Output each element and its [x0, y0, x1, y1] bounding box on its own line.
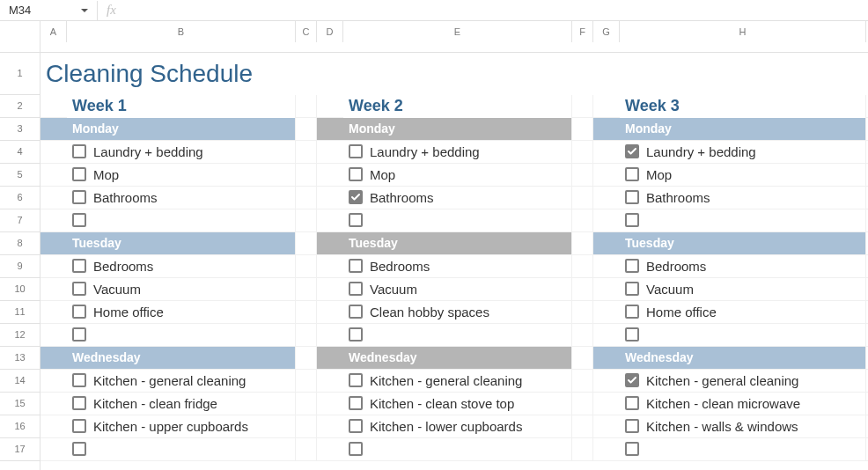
- task-cell[interactable]: Kitchen - clean stove top: [343, 393, 572, 415]
- checkbox-icon[interactable]: [625, 213, 639, 227]
- checkbox-icon[interactable]: [349, 327, 363, 341]
- column-header[interactable]: H: [620, 21, 866, 42]
- row-header[interactable]: 12: [0, 324, 40, 347]
- day-header[interactable]: Tuesday: [67, 232, 296, 255]
- cell[interactable]: [572, 278, 593, 301]
- checkbox-icon[interactable]: [625, 396, 639, 410]
- day-header[interactable]: Wednesday: [67, 347, 296, 370]
- task-cell[interactable]: [343, 438, 572, 461]
- task-cell[interactable]: Kitchen - general cleaning: [343, 370, 572, 393]
- task-cell[interactable]: [620, 438, 866, 461]
- cell[interactable]: [317, 141, 343, 164]
- column-header[interactable]: A: [40, 21, 67, 42]
- column-header[interactable]: E: [343, 21, 572, 42]
- cell[interactable]: [572, 209, 593, 232]
- day-header-lead[interactable]: [317, 232, 343, 255]
- cell[interactable]: [40, 415, 67, 438]
- cell[interactable]: [572, 95, 593, 118]
- checkbox-icon[interactable]: [72, 396, 86, 410]
- checkbox-icon[interactable]: [72, 442, 86, 456]
- cell[interactable]: [296, 95, 317, 118]
- task-cell[interactable]: Mop: [67, 164, 296, 187]
- row-header[interactable]: 17: [0, 438, 40, 461]
- column-header[interactable]: F: [572, 21, 593, 42]
- checkbox-icon[interactable]: [625, 373, 639, 387]
- task-cell[interactable]: Vacuum: [620, 278, 866, 301]
- checkbox-icon[interactable]: [625, 327, 639, 341]
- task-cell[interactable]: Kitchen - clean microwave: [620, 393, 866, 415]
- cell[interactable]: [296, 324, 317, 347]
- day-header[interactable]: Tuesday: [343, 232, 572, 255]
- checkbox-icon[interactable]: [349, 442, 363, 456]
- cell[interactable]: [572, 324, 593, 347]
- cell[interactable]: [296, 255, 317, 278]
- checkbox-icon[interactable]: [349, 213, 363, 227]
- day-header-lead[interactable]: [593, 232, 620, 255]
- week-label[interactable]: Week 3: [620, 95, 866, 118]
- cell[interactable]: [593, 278, 620, 301]
- checkbox-icon[interactable]: [72, 327, 86, 341]
- cell[interactable]: [593, 301, 620, 324]
- column-header[interactable]: G: [593, 21, 620, 42]
- cell[interactable]: [572, 255, 593, 278]
- checkbox-icon[interactable]: [625, 305, 639, 319]
- checkbox-icon[interactable]: [349, 167, 363, 181]
- cell[interactable]: [317, 370, 343, 393]
- cell[interactable]: [40, 278, 67, 301]
- checkbox-icon[interactable]: [625, 144, 639, 158]
- week-label[interactable]: Week 1: [67, 95, 296, 118]
- cell[interactable]: [593, 324, 620, 347]
- day-header[interactable]: Monday: [620, 118, 866, 141]
- checkbox-icon[interactable]: [349, 282, 363, 296]
- checkbox-icon[interactable]: [72, 259, 86, 273]
- checkbox-icon[interactable]: [72, 373, 86, 387]
- checkbox-icon[interactable]: [72, 190, 86, 204]
- cell[interactable]: [40, 438, 67, 461]
- cell[interactable]: [296, 187, 317, 209]
- checkbox-icon[interactable]: [625, 259, 639, 273]
- checkbox-icon[interactable]: [349, 259, 363, 273]
- task-cell[interactable]: Bedrooms: [620, 255, 866, 278]
- checkbox-icon[interactable]: [349, 373, 363, 387]
- task-cell[interactable]: [67, 209, 296, 232]
- day-header-lead[interactable]: [317, 347, 343, 370]
- day-header[interactable]: Monday: [343, 118, 572, 141]
- cell[interactable]: [40, 393, 67, 415]
- task-cell[interactable]: [343, 324, 572, 347]
- column-header[interactable]: D: [317, 21, 343, 42]
- cell[interactable]: [40, 95, 67, 118]
- cell[interactable]: [593, 415, 620, 438]
- row-header[interactable]: 9: [0, 255, 40, 278]
- task-cell[interactable]: Vacuum: [67, 278, 296, 301]
- select-all-corner[interactable]: [0, 21, 40, 53]
- task-cell[interactable]: Bathrooms: [620, 187, 866, 209]
- cell[interactable]: [593, 255, 620, 278]
- task-cell[interactable]: Vacuum: [343, 278, 572, 301]
- cell[interactable]: [40, 324, 67, 347]
- cell[interactable]: [572, 232, 593, 255]
- cell[interactable]: [572, 164, 593, 187]
- cell[interactable]: [317, 209, 343, 232]
- day-header-lead[interactable]: [40, 347, 67, 370]
- cell[interactable]: [296, 141, 317, 164]
- task-cell[interactable]: Bathrooms: [67, 187, 296, 209]
- cell[interactable]: [593, 187, 620, 209]
- cell[interactable]: [572, 438, 593, 461]
- cell[interactable]: [296, 347, 317, 370]
- cell[interactable]: [593, 209, 620, 232]
- task-cell[interactable]: [343, 209, 572, 232]
- task-cell[interactable]: [67, 438, 296, 461]
- cell[interactable]: [40, 255, 67, 278]
- name-box[interactable]: M34: [0, 0, 97, 21]
- cell[interactable]: [572, 347, 593, 370]
- checkbox-icon[interactable]: [625, 419, 639, 433]
- cell[interactable]: [572, 415, 593, 438]
- row-header[interactable]: 4: [0, 141, 40, 164]
- cell[interactable]: [572, 393, 593, 415]
- cell[interactable]: [572, 141, 593, 164]
- checkbox-icon[interactable]: [72, 167, 86, 181]
- day-header[interactable]: Wednesday: [343, 347, 572, 370]
- cell[interactable]: [296, 232, 317, 255]
- cell[interactable]: [317, 438, 343, 461]
- task-cell[interactable]: Kitchen - general cleaning: [620, 370, 866, 393]
